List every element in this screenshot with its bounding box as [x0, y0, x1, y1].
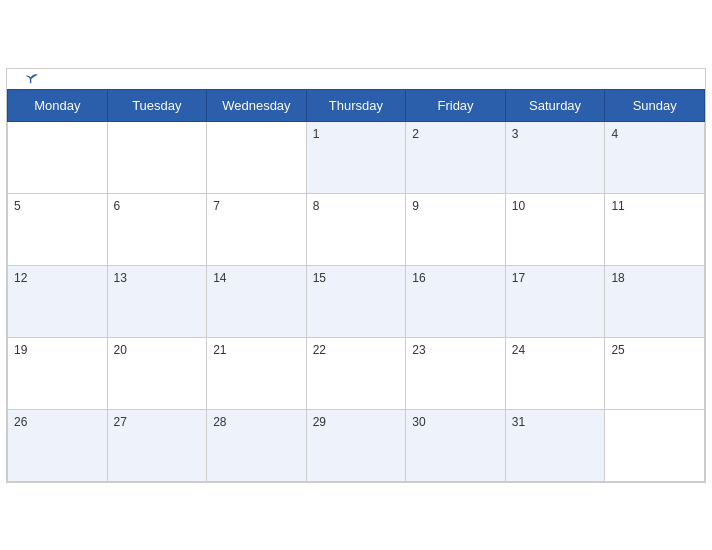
calendar-day-19: 19: [8, 337, 108, 409]
calendar-day-6: 6: [107, 193, 207, 265]
day-number: 27: [114, 415, 127, 429]
calendar-week-row: 567891011: [8, 193, 705, 265]
logo-bird-icon: [25, 72, 39, 86]
calendar-week-row: 262728293031: [8, 409, 705, 481]
calendar-day-9: 9: [406, 193, 506, 265]
calendar-day-10: 10: [505, 193, 605, 265]
calendar-day-24: 24: [505, 337, 605, 409]
calendar-day-empty: [8, 121, 108, 193]
day-number: 23: [412, 343, 425, 357]
weekday-header-wednesday: Wednesday: [207, 89, 307, 121]
calendar-day-15: 15: [306, 265, 406, 337]
calendar-day-18: 18: [605, 265, 705, 337]
day-number: 30: [412, 415, 425, 429]
day-number: 28: [213, 415, 226, 429]
weekday-header-sunday: Sunday: [605, 89, 705, 121]
day-number: 10: [512, 199, 525, 213]
day-number: 17: [512, 271, 525, 285]
calendar-day-empty: [605, 409, 705, 481]
day-number: 18: [611, 271, 624, 285]
day-number: 31: [512, 415, 525, 429]
day-number: 15: [313, 271, 326, 285]
calendar-day-23: 23: [406, 337, 506, 409]
calendar-day-28: 28: [207, 409, 307, 481]
weekday-header-saturday: Saturday: [505, 89, 605, 121]
calendar-week-row: 19202122232425: [8, 337, 705, 409]
calendar-day-31: 31: [505, 409, 605, 481]
calendar-day-20: 20: [107, 337, 207, 409]
calendar-day-1: 1: [306, 121, 406, 193]
calendar-day-27: 27: [107, 409, 207, 481]
calendar-day-21: 21: [207, 337, 307, 409]
calendar-day-empty: [207, 121, 307, 193]
weekday-header-row: MondayTuesdayWednesdayThursdayFridaySatu…: [8, 89, 705, 121]
day-number: 9: [412, 199, 419, 213]
calendar-day-13: 13: [107, 265, 207, 337]
day-number: 19: [14, 343, 27, 357]
calendar-day-12: 12: [8, 265, 108, 337]
calendar-day-26: 26: [8, 409, 108, 481]
calendar-header: [7, 69, 705, 89]
calendar-container: MondayTuesdayWednesdayThursdayFridaySatu…: [6, 68, 706, 483]
logo-blue: [23, 72, 39, 86]
day-number: 13: [114, 271, 127, 285]
calendar-day-5: 5: [8, 193, 108, 265]
calendar-day-3: 3: [505, 121, 605, 193]
day-number: 29: [313, 415, 326, 429]
day-number: 4: [611, 127, 618, 141]
day-number: 21: [213, 343, 226, 357]
calendar-day-30: 30: [406, 409, 506, 481]
day-number: 12: [14, 271, 27, 285]
day-number: 11: [611, 199, 624, 213]
calendar-day-16: 16: [406, 265, 506, 337]
day-number: 16: [412, 271, 425, 285]
day-number: 25: [611, 343, 624, 357]
calendar-day-8: 8: [306, 193, 406, 265]
logo: [23, 72, 39, 86]
calendar-day-17: 17: [505, 265, 605, 337]
calendar-day-7: 7: [207, 193, 307, 265]
calendar-day-2: 2: [406, 121, 506, 193]
calendar-day-14: 14: [207, 265, 307, 337]
day-number: 1: [313, 127, 320, 141]
weekday-header-monday: Monday: [8, 89, 108, 121]
calendar-day-4: 4: [605, 121, 705, 193]
day-number: 2: [412, 127, 419, 141]
day-number: 22: [313, 343, 326, 357]
weekday-header-friday: Friday: [406, 89, 506, 121]
day-number: 14: [213, 271, 226, 285]
day-number: 7: [213, 199, 220, 213]
day-number: 6: [114, 199, 121, 213]
day-number: 3: [512, 127, 519, 141]
day-number: 8: [313, 199, 320, 213]
calendar-week-row: 1234: [8, 121, 705, 193]
day-number: 20: [114, 343, 127, 357]
calendar-week-row: 12131415161718: [8, 265, 705, 337]
weekday-header-thursday: Thursday: [306, 89, 406, 121]
calendar-day-25: 25: [605, 337, 705, 409]
day-number: 24: [512, 343, 525, 357]
day-number: 5: [14, 199, 21, 213]
calendar-day-22: 22: [306, 337, 406, 409]
calendar-day-29: 29: [306, 409, 406, 481]
calendar-day-empty: [107, 121, 207, 193]
day-number: 26: [14, 415, 27, 429]
calendar-grid: MondayTuesdayWednesdayThursdayFridaySatu…: [7, 89, 705, 482]
calendar-day-11: 11: [605, 193, 705, 265]
weekday-header-tuesday: Tuesday: [107, 89, 207, 121]
